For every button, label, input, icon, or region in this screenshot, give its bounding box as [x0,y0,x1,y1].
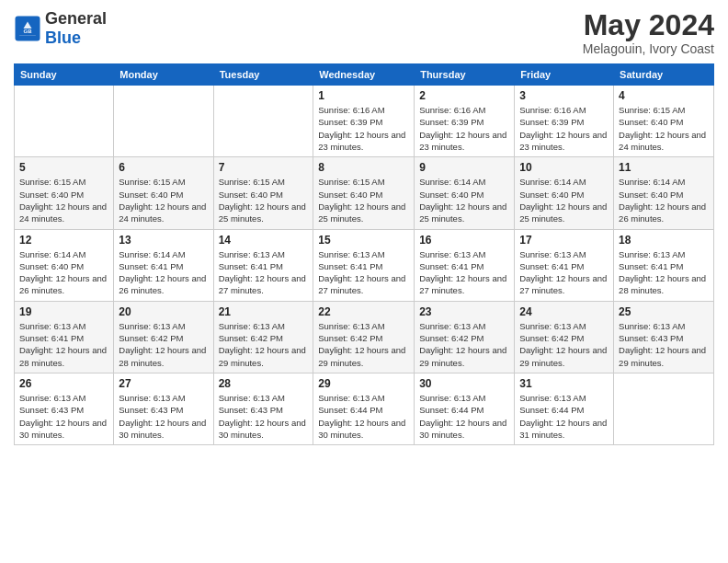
calendar-cell: 26Sunrise: 6:13 AM Sunset: 6:43 PM Dayli… [15,373,114,444]
day-number: 15 [318,234,409,247]
calendar-cell: 13Sunrise: 6:14 AM Sunset: 6:41 PM Dayli… [114,229,213,301]
calendar-cell: 30Sunrise: 6:13 AM Sunset: 6:44 PM Dayli… [415,373,515,444]
header-cell-thursday: Thursday [415,64,515,86]
day-info: Sunrise: 6:15 AM Sunset: 6:40 PM Dayligh… [219,176,309,224]
day-info: Sunrise: 6:13 AM Sunset: 6:43 PM Dayligh… [119,392,208,441]
day-info: Sunrise: 6:15 AM Sunset: 6:40 PM Dayligh… [619,104,709,153]
day-number: 12 [19,234,108,247]
day-number: 19 [19,305,108,318]
day-number: 21 [219,305,309,318]
day-number: 14 [219,234,309,247]
calendar-cell: 25Sunrise: 6:13 AM Sunset: 6:43 PM Dayli… [614,301,714,373]
day-number: 28 [219,377,309,390]
calendar-cell: 22Sunrise: 6:13 AM Sunset: 6:42 PM Dayli… [313,301,415,373]
day-number: 1 [318,89,409,102]
day-info: Sunrise: 6:13 AM Sunset: 6:41 PM Dayligh… [219,248,309,297]
calendar-cell [114,86,213,157]
day-number: 10 [519,161,609,174]
day-info: Sunrise: 6:13 AM Sunset: 6:41 PM Dayligh… [19,320,108,369]
calendar-cell: 19Sunrise: 6:13 AM Sunset: 6:41 PM Dayli… [15,301,114,373]
day-number: 25 [619,305,709,318]
day-number: 23 [419,305,509,318]
calendar-cell: 11Sunrise: 6:14 AM Sunset: 6:40 PM Dayli… [614,157,714,229]
day-info: Sunrise: 6:13 AM Sunset: 6:43 PM Dayligh… [219,392,309,441]
header-cell-sunday: Sunday [15,64,114,86]
day-number: 26 [19,377,108,390]
day-number: 4 [619,89,709,102]
day-number: 18 [619,234,709,247]
calendar-body: 1Sunrise: 6:16 AM Sunset: 6:39 PM Daylig… [15,86,714,445]
day-info: Sunrise: 6:14 AM Sunset: 6:40 PM Dayligh… [519,176,609,224]
calendar-cell: 20Sunrise: 6:13 AM Sunset: 6:42 PM Dayli… [114,301,213,373]
day-number: 11 [619,161,709,174]
day-number: 6 [119,161,208,174]
calendar-cell [213,86,313,157]
calendar-header: SundayMondayTuesdayWednesdayThursdayFrid… [15,64,714,86]
logo-general: General [45,9,107,28]
title-block: May 2024 Melagouin, Ivory Coast [583,9,714,56]
header-cell-tuesday: Tuesday [213,64,313,86]
calendar-cell: 1Sunrise: 6:16 AM Sunset: 6:39 PM Daylig… [313,86,415,157]
day-number: 7 [219,161,309,174]
calendar-cell: 3Sunrise: 6:16 AM Sunset: 6:39 PM Daylig… [515,86,614,157]
day-info: Sunrise: 6:13 AM Sunset: 6:44 PM Dayligh… [519,392,609,441]
day-info: Sunrise: 6:13 AM Sunset: 6:44 PM Dayligh… [318,392,409,441]
calendar-cell: 15Sunrise: 6:13 AM Sunset: 6:41 PM Dayli… [313,229,415,301]
calendar-cell: 17Sunrise: 6:13 AM Sunset: 6:41 PM Dayli… [515,229,614,301]
day-number: 3 [519,89,609,102]
day-number: 13 [119,234,208,247]
day-info: Sunrise: 6:13 AM Sunset: 6:42 PM Dayligh… [119,320,208,369]
main-title: May 2024 [583,9,714,41]
header-cell-monday: Monday [114,64,213,86]
calendar-cell: 8Sunrise: 6:15 AM Sunset: 6:40 PM Daylig… [313,157,415,229]
calendar-cell [15,86,114,157]
day-info: Sunrise: 6:13 AM Sunset: 6:43 PM Dayligh… [619,320,709,369]
calendar-table: SundayMondayTuesdayWednesdayThursdayFrid… [14,63,714,445]
day-info: Sunrise: 6:14 AM Sunset: 6:40 PM Dayligh… [419,176,509,224]
day-number: 2 [419,89,509,102]
header-cell-friday: Friday [515,64,614,86]
logo-text: General Blue [45,9,107,48]
day-number: 27 [119,377,208,390]
calendar-cell: 2Sunrise: 6:16 AM Sunset: 6:39 PM Daylig… [415,86,515,157]
day-info: Sunrise: 6:13 AM Sunset: 6:41 PM Dayligh… [419,248,509,297]
header-row: SundayMondayTuesdayWednesdayThursdayFrid… [15,64,714,86]
day-number: 20 [119,305,208,318]
day-number: 8 [318,161,409,174]
calendar-cell: 9Sunrise: 6:14 AM Sunset: 6:40 PM Daylig… [415,157,515,229]
day-number: 9 [419,161,509,174]
day-info: Sunrise: 6:14 AM Sunset: 6:40 PM Dayligh… [619,176,709,224]
calendar-cell: 4Sunrise: 6:15 AM Sunset: 6:40 PM Daylig… [614,86,714,157]
day-number: 29 [318,377,409,390]
day-info: Sunrise: 6:13 AM Sunset: 6:42 PM Dayligh… [219,320,309,369]
page: GB General Blue May 2024 Melagouin, Ivor… [0,0,728,563]
week-row-4: 26Sunrise: 6:13 AM Sunset: 6:43 PM Dayli… [15,373,714,444]
day-info: Sunrise: 6:13 AM Sunset: 6:41 PM Dayligh… [318,248,409,297]
calendar-cell: 18Sunrise: 6:13 AM Sunset: 6:41 PM Dayli… [614,229,714,301]
calendar-cell: 10Sunrise: 6:14 AM Sunset: 6:40 PM Dayli… [515,157,614,229]
calendar-cell: 6Sunrise: 6:15 AM Sunset: 6:40 PM Daylig… [114,157,213,229]
header: GB General Blue May 2024 Melagouin, Ivor… [14,9,714,56]
day-info: Sunrise: 6:14 AM Sunset: 6:40 PM Dayligh… [19,248,108,297]
day-info: Sunrise: 6:16 AM Sunset: 6:39 PM Dayligh… [419,104,509,153]
logo-blue: Blue [45,29,81,47]
day-number: 24 [519,305,609,318]
day-info: Sunrise: 6:13 AM Sunset: 6:41 PM Dayligh… [619,248,709,297]
calendar-cell: 28Sunrise: 6:13 AM Sunset: 6:43 PM Dayli… [213,373,313,444]
day-info: Sunrise: 6:15 AM Sunset: 6:40 PM Dayligh… [19,176,108,224]
week-row-3: 19Sunrise: 6:13 AM Sunset: 6:41 PM Dayli… [15,301,714,373]
day-number: 31 [519,377,609,390]
header-cell-saturday: Saturday [614,64,714,86]
day-number: 22 [318,305,409,318]
day-info: Sunrise: 6:15 AM Sunset: 6:40 PM Dayligh… [318,176,409,224]
logo-icon: GB [14,15,41,42]
svg-text:GB: GB [24,29,33,34]
day-number: 17 [519,234,609,247]
day-info: Sunrise: 6:14 AM Sunset: 6:41 PM Dayligh… [119,248,208,297]
calendar-cell: 16Sunrise: 6:13 AM Sunset: 6:41 PM Dayli… [415,229,515,301]
day-info: Sunrise: 6:13 AM Sunset: 6:43 PM Dayligh… [19,392,108,441]
logo: GB General Blue [14,9,107,48]
subtitle: Melagouin, Ivory Coast [583,41,714,56]
calendar-cell: 12Sunrise: 6:14 AM Sunset: 6:40 PM Dayli… [15,229,114,301]
calendar-cell: 14Sunrise: 6:13 AM Sunset: 6:41 PM Dayli… [213,229,313,301]
